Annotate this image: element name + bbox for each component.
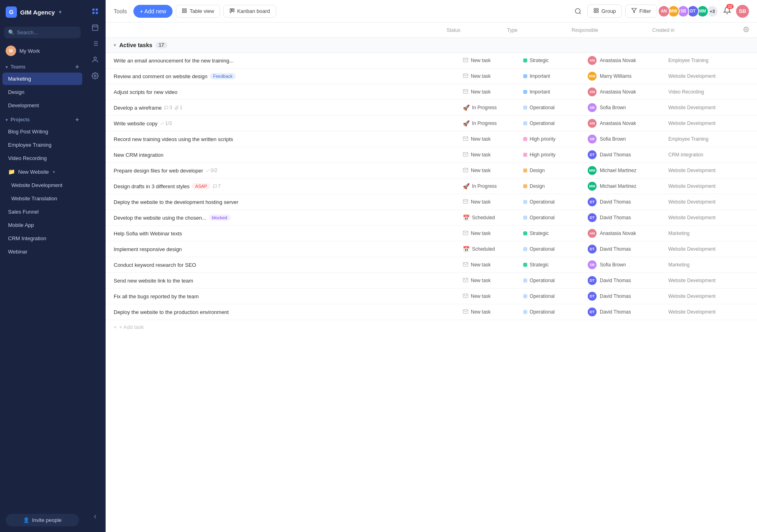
responsible-cell: AN Anastasia Novak [588,229,668,238]
col-header-settings[interactable] [733,27,749,33]
task-row[interactable]: Deploy the website to the development ho… [106,194,757,210]
task-row[interactable]: New CRM integration New task High priori… [106,147,757,163]
status-cell: 🚀 In Progress [463,104,523,111]
col-header-created: Created in [652,27,733,33]
task-row[interactable]: Develop a wireframe 3 1 🚀 In Progress Op… [106,100,757,116]
add-task-button[interactable]: + + Add task [106,320,757,334]
sidebar-collapse-button[interactable] [88,509,102,528]
task-row[interactable]: Design drafts in 3 different styles ASAP… [106,179,757,194]
type-label: Operational [530,199,555,205]
table-view-icon [182,8,187,15]
responsible-cell: MW Marry Williams [588,72,668,81]
task-row[interactable]: Prepare design files for web developer 0… [106,163,757,179]
nav-person-icon[interactable] [88,52,102,67]
sidebar-item-design[interactable]: Design [2,86,82,98]
task-row[interactable]: Conduct keyword research for SEO New tas… [106,257,757,273]
nav-list-icon[interactable] [88,36,102,51]
task-name: Develop a wireframe 3 1 [114,105,463,111]
notification-button[interactable]: 12 [722,5,733,17]
sidebar-item-video-recording[interactable]: Video Recording [2,152,82,164]
status-cell: New task [463,199,523,206]
status-cell: New task [463,309,523,316]
task-row[interactable]: Review and comment on website design Fee… [106,69,757,84]
type-label: Design [530,168,545,173]
invite-people-button[interactable]: 👤 Invite people [6,514,79,526]
sidebar-my-work[interactable]: M My Work [0,42,85,59]
sidebar-item-marketing[interactable]: Marketing [2,73,82,85]
responsible-name: David Thomas [600,278,631,283]
task-row[interactable]: Write website copy 1/3 🚀 In Progress Ope… [106,116,757,131]
nav-calendar-icon[interactable] [88,20,102,35]
status-icon: 📅 [463,246,470,252]
add-new-label: + Add new [140,8,166,15]
add-project-button[interactable]: + [75,116,79,123]
status-label: New task [471,152,491,158]
invite-icon: 👤 [23,517,29,523]
type-dot [523,58,527,62]
kanban-board-button[interactable]: Kanban board [223,5,276,18]
nav-tasks-icon[interactable] [88,4,102,19]
task-row[interactable]: Record new training videos using the wri… [106,131,757,147]
task-row[interactable]: Send new website link to the team New ta… [106,273,757,289]
sidebar-item-development[interactable]: Development [2,99,82,112]
group-button[interactable]: Group [587,4,622,18]
nav-settings-icon[interactable] [88,69,102,83]
responsible-name: Anastasia Novak [600,231,636,236]
check-progress: 1/3 [160,121,172,126]
task-row[interactable]: Fix all the bugs reported by the team Ne… [106,289,757,304]
svg-rect-18 [183,11,184,12]
task-tag: Feedback [210,73,236,79]
task-name: Send new website link to the team [114,278,463,284]
task-name: Help Sofia with Webinar texts [114,231,463,237]
add-new-button[interactable]: + Add new [133,5,173,18]
search-button[interactable] [572,5,584,17]
profile-avatar[interactable]: SB [736,5,749,18]
sidebar-item-website-development[interactable]: Website Development [2,179,82,191]
app-logo[interactable]: G GIM Agency ▾ [0,0,85,24]
task-row[interactable]: Deploy the website to the production env… [106,304,757,320]
responsible-avatar: MM [588,182,597,191]
kanban-icon [229,8,235,15]
responsible-name: Sofia Brown [600,105,626,110]
type-cell: Strategic [523,262,588,268]
type-dot [523,216,527,220]
sidebar-item-employee-training[interactable]: Employee Training [2,139,82,151]
responsible-avatar: SB [588,260,597,269]
svg-rect-3 [96,12,98,14]
sidebar-item-website-translation[interactable]: Website Translation [2,192,82,205]
status-label: New task [471,231,491,236]
check-progress: 0/2 [206,168,218,173]
sidebar-item-webinar[interactable]: Webinar [2,245,82,258]
responsible-cell: MM Michael Martinez [588,182,668,191]
filter-button[interactable]: Filter [625,4,657,18]
created-cell: Website Development [668,121,749,126]
responsible-cell: AN Anastasia Novak [588,56,668,65]
table-view-button[interactable]: Table view [176,5,220,18]
sidebar-search[interactable]: 🔍 Search... [4,27,81,38]
responsible-cell: DT David Thomas [588,292,668,301]
team-avatars[interactable]: AN MW SB DT MM +3 [660,5,718,17]
status-icon [463,199,468,206]
active-tasks-section[interactable]: ▾ Active tasks 17 [106,38,757,53]
status-cell: 📅 Scheduled [463,214,523,221]
my-work-avatar: M [6,46,16,56]
status-label: New task [471,168,491,173]
sidebar-item-sales-funnel[interactable]: Sales Funnel [2,206,82,218]
sidebar-item-crm-integration[interactable]: CRM Integration [2,232,82,245]
responsible-cell: DT David Thomas [588,245,668,254]
responsible-cell: AN Anastasia Novak [588,87,668,96]
type-label: Operational [530,293,555,299]
responsible-avatar: AN [588,229,597,238]
sidebar-item-mobile-app[interactable]: Mobile App [2,219,82,231]
task-row[interactable]: Help Sofia with Webinar texts New task S… [106,226,757,241]
task-row[interactable]: Write an email announcement for the new … [106,53,757,69]
sidebar-item-blog-post[interactable]: Blog Post Writing [2,125,82,138]
task-row[interactable]: Develop the website using the chosen... … [106,210,757,226]
add-team-button[interactable]: + [75,63,79,71]
created-in-label: Website Development [668,293,715,299]
task-row[interactable]: Implement responsive design 📅 Scheduled … [106,241,757,257]
webinar-label: Webinar [8,249,27,255]
task-row[interactable]: Adjust scripts for new video New task Im… [106,84,757,100]
task-tag: blocked [209,214,231,221]
sidebar-item-new-website[interactable]: 📁 New Website ▾ [2,165,82,178]
